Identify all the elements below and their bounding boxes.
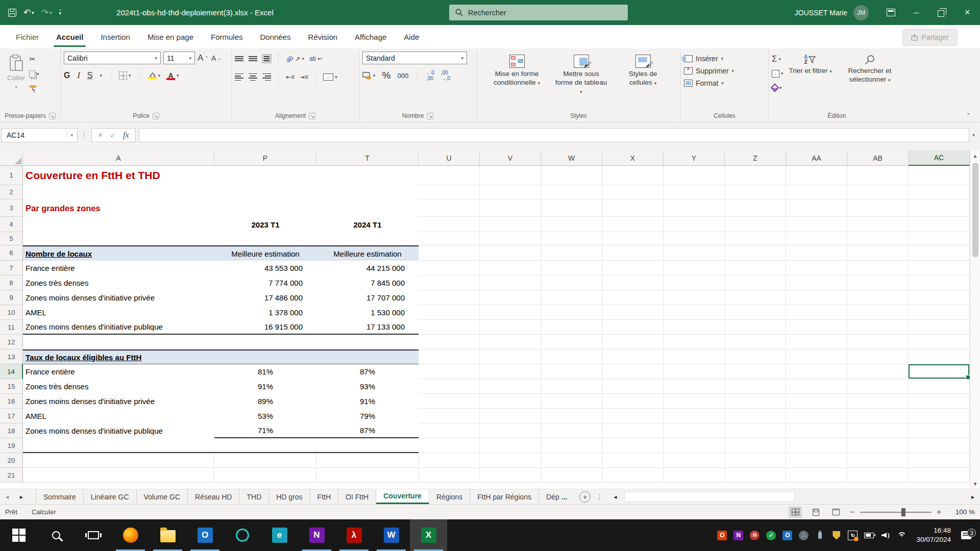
insert-function-button[interactable]: fx	[123, 131, 129, 140]
tray-item-connect[interactable]: ∴	[799, 531, 808, 540]
cell-AC6[interactable]	[909, 245, 970, 261]
select-all-corner[interactable]	[0, 151, 23, 166]
cell-AA16[interactable]	[786, 394, 847, 409]
number-dialog-launcher[interactable]: ↘	[427, 113, 433, 119]
sheet-nav-right[interactable]: ▸	[14, 489, 29, 504]
cell-AA6[interactable]	[786, 245, 847, 261]
vertical-scroll-thumb[interactable]	[972, 163, 978, 257]
normal-view-button[interactable]	[789, 507, 802, 518]
cell-P1[interactable]	[214, 166, 316, 185]
zoom-level[interactable]: 100 %	[948, 508, 975, 516]
cell-V6[interactable]	[480, 245, 541, 261]
cell-X5[interactable]	[602, 232, 664, 245]
cell-A17[interactable]: AMEL	[23, 409, 214, 423]
cell-X21[interactable]	[602, 468, 664, 483]
cell-AA1[interactable]	[786, 166, 847, 185]
cell-T18[interactable]: 87%	[316, 423, 419, 438]
cell-T17[interactable]: 79%	[316, 409, 419, 423]
taskbar-app-onenote[interactable]: N	[298, 519, 335, 551]
cell-AC20[interactable]	[909, 453, 970, 468]
cancel-entry-button[interactable]: ×	[98, 131, 103, 140]
cell-W5[interactable]	[541, 232, 602, 245]
cell-X12[interactable]	[602, 335, 664, 349]
cell-A7[interactable]: France entière	[23, 261, 214, 276]
align-center-button[interactable]	[249, 73, 257, 81]
cell-A13[interactable]: Taux de locaux éligibles au FttH	[23, 349, 214, 364]
column-header-Y[interactable]: Y	[664, 151, 725, 166]
column-header-U[interactable]: U	[419, 151, 480, 166]
cell-U13[interactable]	[419, 349, 480, 364]
cell-T7[interactable]: 44 215 000	[316, 261, 419, 276]
zoom-slider[interactable]	[860, 512, 932, 513]
cell-Z4[interactable]	[725, 217, 786, 232]
cell-X20[interactable]	[602, 453, 664, 468]
cell-T3[interactable]	[316, 199, 419, 217]
sheet-tab-oi-ftth[interactable]: OI FttH	[338, 489, 376, 504]
cell-Z5[interactable]	[725, 232, 786, 245]
row-header-10[interactable]: 10	[0, 305, 23, 320]
cell-styles-button[interactable]: 🖌 Styles de cellules ▾	[616, 52, 671, 90]
cell-AA10[interactable]	[786, 305, 847, 320]
cell-P14[interactable]: 81%	[214, 364, 316, 379]
cell-V21[interactable]	[480, 468, 541, 483]
cell-AC2[interactable]	[909, 185, 970, 199]
cell-U8[interactable]	[419, 276, 480, 290]
cell-A19[interactable]	[23, 438, 214, 453]
cell-X10[interactable]	[602, 305, 664, 320]
cell-Z3[interactable]	[725, 199, 786, 217]
cell-AC17[interactable]	[909, 409, 970, 423]
tray-item-onenote[interactable]: N	[733, 531, 743, 540]
font-dialog-launcher[interactable]: ↘	[153, 113, 159, 119]
cell-Z19[interactable]	[725, 438, 786, 453]
align-bottom-button[interactable]	[262, 55, 271, 63]
cell-Z17[interactable]	[725, 409, 786, 423]
cell-A6[interactable]: Nombre de locaux	[23, 245, 214, 261]
insert-cells-button[interactable]: Insérer▾	[684, 55, 734, 63]
cell-X16[interactable]	[602, 394, 664, 409]
row-header-1[interactable]: 1	[0, 166, 23, 185]
taskbar-app-edge[interactable]: e	[261, 519, 298, 551]
sheet-tab-ftth-par-régions[interactable]: FttH par Régions	[470, 489, 539, 504]
italic-button[interactable]: I	[77, 71, 80, 80]
cell-AB5[interactable]	[847, 232, 909, 245]
ribbon-tab-mise-en-page[interactable]: Mise en page	[139, 25, 202, 48]
cell-P6[interactable]: Meilleure estimation	[214, 245, 316, 261]
column-header-A[interactable]: A	[23, 151, 214, 166]
sheet-tab-options[interactable]: ⋮	[596, 493, 603, 501]
merge-center-button[interactable]: ↔▾	[323, 71, 337, 83]
increase-decimal-button[interactable]: ←0 ,00	[426, 70, 434, 81]
cell-T13[interactable]	[316, 349, 419, 364]
cell-AB10[interactable]	[847, 305, 909, 320]
cell-P7[interactable]: 43 553 000	[214, 261, 316, 276]
cut-button[interactable]: ✂	[29, 54, 39, 65]
cell-AB1[interactable]	[847, 166, 909, 185]
sheet-tab-linéaire-gc[interactable]: Linéaire GC	[84, 489, 137, 504]
cell-AB9[interactable]	[847, 290, 909, 305]
cell-AA9[interactable]	[786, 290, 847, 305]
cell-V17[interactable]	[480, 409, 541, 423]
cell-AA13[interactable]	[786, 349, 847, 364]
cell-AB8[interactable]	[847, 276, 909, 290]
font-size-select[interactable]: 11▾	[163, 52, 195, 64]
cell-P19[interactable]	[214, 438, 316, 453]
cell-A12[interactable]	[23, 335, 214, 349]
cell-Z10[interactable]	[725, 305, 786, 320]
cell-V20[interactable]	[480, 453, 541, 468]
cell-X7[interactable]	[602, 261, 664, 276]
cell-AC13[interactable]	[909, 349, 970, 364]
cell-Y15[interactable]	[664, 379, 725, 394]
cell-T20[interactable]	[316, 453, 419, 468]
hscroll-left-arrow[interactable]: ◂	[608, 489, 622, 504]
cell-Y18[interactable]	[664, 423, 725, 438]
confirm-entry-button[interactable]: ✓	[110, 131, 116, 139]
cell-U15[interactable]	[419, 379, 480, 394]
sheet-tab-truncated[interactable]: Dép...	[539, 489, 574, 504]
sheet-nav-left[interactable]: ◂	[0, 489, 14, 504]
cell-W11[interactable]	[541, 320, 602, 335]
underline-button[interactable]: S	[87, 71, 93, 80]
cell-P10[interactable]: 1 378 000	[214, 305, 316, 320]
cell-V14[interactable]	[480, 364, 541, 379]
row-header-6[interactable]: 6	[0, 245, 23, 261]
cell-X13[interactable]	[602, 349, 664, 364]
sheet-tab-régions[interactable]: Régions	[429, 489, 470, 504]
